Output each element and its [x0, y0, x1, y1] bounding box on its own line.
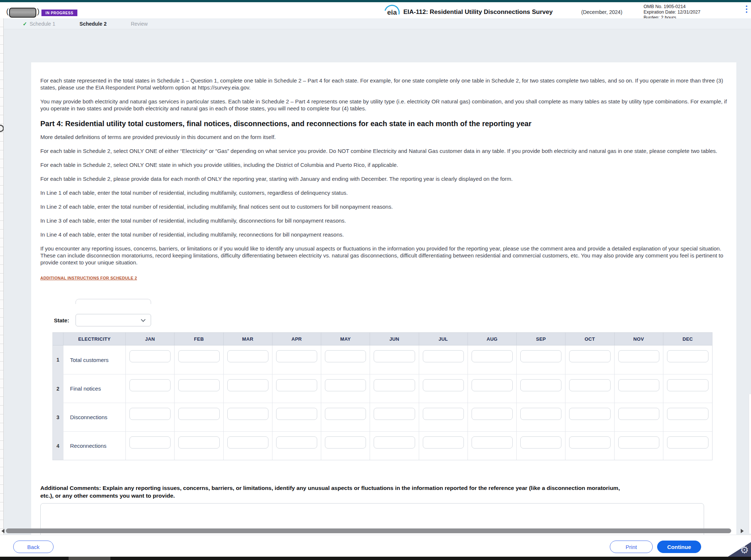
cell-mar-row4: [224, 431, 272, 460]
input-apr-row3[interactable]: [276, 408, 317, 420]
additional-instructions-link[interactable]: ADDITIONAL INSTRUCTIONS FOR SCHEDULE 2: [40, 276, 137, 280]
input-apr-row1[interactable]: [276, 350, 317, 362]
input-oct-row1[interactable]: [569, 350, 610, 362]
input-nov-row1[interactable]: [618, 350, 659, 362]
part4-paragraph: For each table in Schedule 2, select ONL…: [40, 161, 732, 168]
month-header-oct: OCT: [565, 333, 614, 345]
input-mar-row1[interactable]: [227, 350, 268, 362]
input-may-row1[interactable]: [325, 350, 366, 362]
page-background: For each state represented in the total …: [4, 29, 751, 535]
input-jan-row1[interactable]: [129, 350, 171, 362]
input-may-row2[interactable]: [325, 379, 366, 391]
input-may-row4[interactable]: [325, 436, 366, 449]
month-header-jan: JAN: [126, 333, 175, 345]
schedule-tabbar: ✓ Schedule 1 Schedule 2 Review: [4, 18, 751, 29]
month-header-sep: SEP: [517, 333, 565, 345]
input-dec-row1[interactable]: [667, 350, 708, 362]
cell-nov-row1: [615, 345, 663, 374]
scroll-right-arrow-icon[interactable]: [741, 529, 744, 533]
input-aug-row1[interactable]: [472, 350, 513, 362]
cell-jun-row2: [370, 374, 419, 403]
input-jul-row4[interactable]: [423, 436, 464, 449]
tab-schedule-1[interactable]: ✓ Schedule 1: [23, 21, 55, 27]
input-sep-row2[interactable]: [520, 379, 561, 391]
cell-jul-row1: [419, 345, 468, 374]
input-feb-row3[interactable]: [178, 408, 219, 420]
input-jun-row2[interactable]: [374, 379, 415, 391]
cell-oct-row4: [565, 431, 614, 460]
input-feb-row2[interactable]: [178, 379, 219, 391]
part4-paragraph: If you encounter any reporting issues, c…: [40, 245, 732, 266]
cell-may-row3: [321, 403, 370, 431]
gear-icon[interactable]: ⚙: [740, 544, 749, 556]
input-sep-row1[interactable]: [520, 350, 561, 362]
input-jan-row3[interactable]: [129, 408, 171, 420]
input-mar-row4[interactable]: [227, 436, 268, 449]
row-number-4: 4: [53, 431, 63, 460]
input-sep-row4[interactable]: [520, 436, 561, 449]
input-jul-row3[interactable]: [423, 408, 464, 420]
input-mar-row2[interactable]: [227, 379, 268, 391]
input-jun-row3[interactable]: [374, 408, 415, 420]
input-feb-row1[interactable]: [178, 350, 219, 362]
input-aug-row2[interactable]: [472, 379, 513, 391]
row-label-3: Disconnections: [63, 403, 126, 431]
month-header-nov: NOV: [615, 333, 663, 345]
schedule2-form-card: For each state represented in the total …: [31, 62, 736, 554]
input-dec-row4[interactable]: [667, 436, 708, 449]
input-mar-row3[interactable]: [227, 408, 268, 420]
print-button[interactable]: Print: [610, 541, 653, 553]
state-select[interactable]: [76, 314, 151, 326]
input-apr-row2[interactable]: [276, 379, 317, 391]
input-jun-row1[interactable]: [374, 350, 415, 362]
input-oct-row3[interactable]: [569, 408, 610, 420]
redaction-paren-open: (: [6, 7, 9, 16]
instructions-block: For each state represented in the total …: [40, 77, 732, 281]
cell-jun-row3: [370, 403, 419, 431]
input-oct-row4[interactable]: [569, 436, 610, 449]
cell-aug-row4: [468, 431, 517, 460]
input-dec-row2[interactable]: [667, 379, 708, 391]
cell-mar-row1: [224, 345, 272, 374]
respondent-name-redacted: [9, 8, 36, 18]
row-number-1: 1: [53, 345, 63, 374]
input-apr-row4[interactable]: [276, 436, 317, 449]
input-jul-row1[interactable]: [423, 350, 464, 362]
scroll-left-arrow-icon[interactable]: [1, 529, 4, 533]
input-jun-row4[interactable]: [374, 436, 415, 449]
cell-oct-row3: [565, 403, 614, 431]
input-dec-row3[interactable]: [667, 408, 708, 420]
tab-schedule-2[interactable]: Schedule 2: [80, 21, 107, 27]
continue-button[interactable]: Continue: [657, 541, 701, 553]
input-jan-row4[interactable]: [129, 436, 171, 449]
horizontal-scrollbar-thumb[interactable]: [6, 528, 731, 533]
vertical-scrollbar[interactable]: [749, 394, 751, 534]
footer-bar: Back Print Continue: [0, 535, 751, 557]
input-feb-row4[interactable]: [178, 436, 219, 449]
input-nov-row3[interactable]: [618, 408, 659, 420]
tab-review[interactable]: Review: [131, 21, 148, 27]
tab-schedule-1-label: Schedule 1: [30, 21, 55, 27]
cell-dec-row2: [663, 374, 712, 403]
input-jul-row2[interactable]: [423, 379, 464, 391]
cell-dec-row4: [663, 431, 712, 460]
redaction-paren-close: ): [37, 7, 40, 16]
status-badge: IN PROGRESS: [41, 10, 77, 16]
input-jan-row2[interactable]: [129, 379, 171, 391]
input-aug-row4[interactable]: [472, 436, 513, 449]
header-bar: ( ) IN PROGRESS eia EIA-112: Residential…: [0, 2, 751, 18]
input-nov-row4[interactable]: [618, 436, 659, 449]
input-aug-row3[interactable]: [472, 408, 513, 420]
omb-number: OMB No. 1905-0214: [644, 4, 735, 10]
input-oct-row2[interactable]: [569, 379, 610, 391]
row-label-2: Final notices: [63, 374, 126, 403]
input-nov-row2[interactable]: [618, 379, 659, 391]
back-button[interactable]: Back: [13, 541, 54, 553]
kebab-menu-icon[interactable]: [746, 6, 748, 14]
input-may-row3[interactable]: [325, 408, 366, 420]
row-number-2: 2: [53, 374, 63, 403]
input-sep-row3[interactable]: [520, 408, 561, 420]
utility-type-header: ELECTRICITY: [63, 333, 126, 345]
cell-apr-row4: [272, 431, 321, 460]
cell-feb-row1: [175, 345, 223, 374]
